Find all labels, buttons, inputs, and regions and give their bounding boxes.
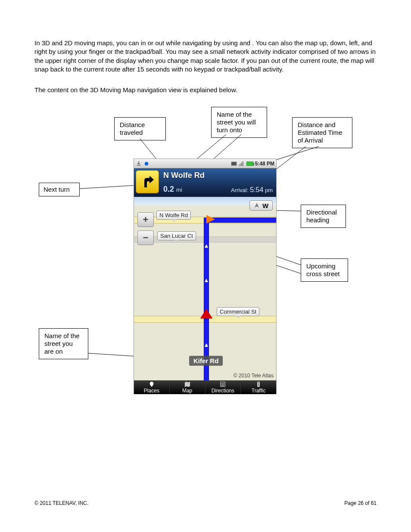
list-icon (220, 381, 226, 387)
download-icon (136, 161, 142, 167)
callout-directional: Directional heading (301, 205, 346, 228)
route-chevron-icon (205, 343, 208, 347)
footer-copyright: © 2011 TELENAV, INC. (34, 500, 88, 506)
turn-right-icon[interactable] (136, 170, 159, 193)
map-icon (184, 381, 190, 387)
turn-arrow-icon (206, 215, 215, 224)
footer-page: Page 26 of 61 (344, 500, 377, 506)
tab-map-label: Map (182, 388, 192, 394)
map-area[interactable]: + − W N Wolfe Rd San Lucar Ct Commercial… (134, 197, 276, 380)
p1a: In 3D and 2D moving maps, you can (34, 39, 141, 47)
tab-directions[interactable]: Directions (206, 380, 241, 394)
tab-directions-label: Directions (212, 388, 234, 394)
traffic-icon (255, 381, 262, 387)
nav-header: N Wolfe Rd 0.2 mi Arrival: 5:54 pm (134, 168, 276, 197)
tab-map[interactable]: Map (170, 380, 206, 394)
label-wolfe: N Wolfe Rd (156, 211, 191, 220)
zoom-in-button[interactable]: + (137, 212, 154, 227)
route-turn (206, 218, 276, 223)
arrival-info: Arrival: 5:54 pm (231, 186, 273, 194)
battery-icon (246, 162, 253, 166)
callout-distance-traveled: Distance traveled (114, 117, 166, 140)
location-icon (143, 161, 149, 167)
p1d: . You can also (252, 39, 294, 47)
callout-next-turn: Next turn (39, 183, 80, 196)
arrival-time: 5:54 (250, 186, 263, 193)
map-copyright: © 2010 Tele Atlas (234, 373, 274, 379)
callout-eta: Distance and Estimated Time of Arrival (292, 117, 352, 148)
callout-cross-street: Upcoming cross street (301, 258, 348, 282)
arrival-ampm: pm (265, 187, 273, 193)
status-bar: 5:48 PM (134, 159, 276, 168)
p1b: in or out while navigating by using (141, 39, 240, 47)
page-footer: © 2011 TELENAV, INC. Page 26 of 61 (34, 500, 377, 506)
callout-street-on: Name of the street you are on (39, 328, 88, 359)
tab-places-label: Places (144, 388, 159, 394)
compass-heading: W (262, 202, 268, 209)
tab-places[interactable]: Places (134, 380, 170, 394)
status-time: 5:48 PM (255, 161, 274, 167)
current-street: Kifer Rd (189, 356, 223, 366)
svg-point-17 (258, 382, 259, 383)
distance-value: 0.2 (163, 185, 174, 193)
p1c: and (240, 39, 252, 47)
svg-line-5 (80, 185, 136, 189)
next-street: N Wolfe Rd (163, 171, 205, 180)
phone-screenshot: 5:48 PM N Wolfe Rd 0.2 mi Arrival: 5:54 … (134, 159, 277, 394)
label-sanlucar: San Lucar Ct (157, 231, 196, 240)
svg-rect-11 (231, 162, 237, 165)
distance-to-turn: 0.2 mi (163, 185, 182, 194)
intro-paragraph: In 3D and 2D moving maps, you can in or … (34, 39, 377, 74)
tab-traffic-label: Traffic (252, 388, 266, 394)
svg-point-18 (258, 383, 259, 384)
tab-traffic[interactable]: Traffic (241, 380, 276, 394)
svg-point-10 (145, 162, 149, 165)
explain-paragraph: The content on the 3D Moving Map navigat… (34, 86, 377, 94)
zoom-out-button[interactable]: − (137, 230, 154, 245)
arrival-label: Arrival: (231, 187, 248, 193)
current-position-icon (200, 309, 212, 318)
distance-unit: mi (176, 187, 182, 193)
signal-icon (239, 161, 245, 167)
3g-icon (231, 161, 237, 167)
compass-arrow-icon (254, 202, 260, 208)
route-chevron-icon (205, 279, 208, 282)
svg-point-19 (258, 385, 259, 386)
bottom-nav: Places Map Directions Traffic (134, 380, 276, 394)
callout-street-turn-onto: Name of the street you will turn onto (211, 107, 267, 138)
pin-icon (149, 381, 155, 387)
route-chevron-icon (205, 244, 208, 248)
label-commercial: Commercial St (217, 307, 259, 316)
compass-button[interactable]: W (249, 200, 273, 211)
